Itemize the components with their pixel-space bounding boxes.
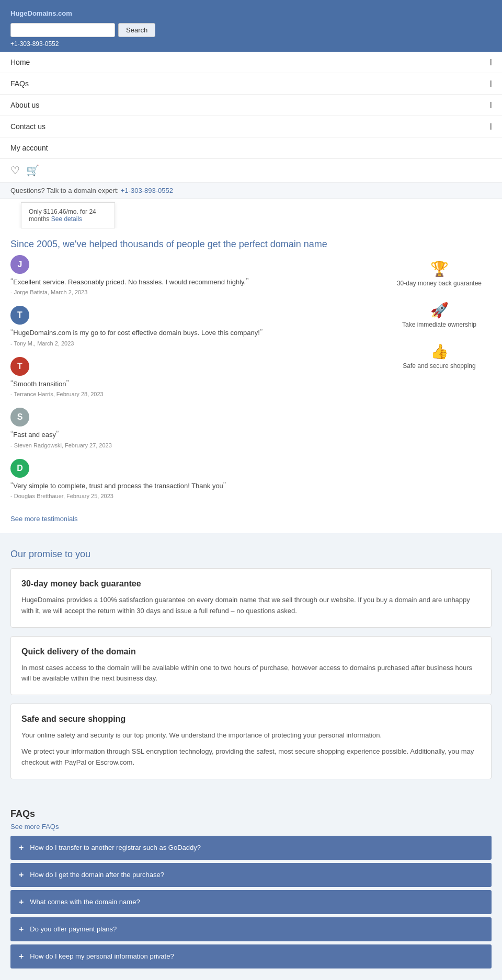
promise-card-text: In most cases access to the domain will … — [21, 663, 481, 685]
promise-heading: Our promise to you — [10, 538, 492, 568]
feature-label: Take immediate ownership — [387, 321, 492, 328]
nav-item-account[interactable]: My account — [0, 137, 502, 159]
faq-plus-icon: + — [19, 897, 24, 907]
questions-bar: Questions? Talk to a domain expert: +1-3… — [0, 182, 502, 199]
ownership-icon: 🚀 — [387, 302, 492, 319]
quote-text: Excellent service. Reasonably priced. No… — [10, 276, 376, 287]
testimonial-item: S Fast and easy - Steven Radgowski, Febr… — [10, 408, 376, 448]
search-input[interactable] — [10, 23, 115, 37]
promise-card-text: HugeDomains provides a 100% satisfaction… — [21, 595, 481, 617]
faq-plus-icon: + — [19, 843, 24, 852]
questions-text: Questions? Talk to a domain expert: — [10, 187, 119, 194]
tooltip-container: Only $116.46/mo. for 24 months See detai… — [0, 199, 502, 228]
promise-section: Our promise to you 30-day money back gua… — [0, 533, 502, 798]
promise-card-guarantee: 30-day money back guarantee HugeDomains … — [10, 568, 492, 628]
heart-icon[interactable]: ♡ — [10, 164, 20, 177]
promise-card-title: Quick delivery of the domain — [21, 647, 481, 656]
quote-author: - Terrance Harris, February 28, 2023 — [10, 391, 376, 397]
testimonial-item: T Smooth transition - Terrance Harris, F… — [10, 357, 376, 397]
search-bar: Search — [10, 23, 492, 37]
promise-card-text-2: We protect your information through SSL … — [21, 746, 481, 768]
promise-card-title: Safe and secure shopping — [21, 714, 481, 724]
avatar: S — [10, 408, 29, 426]
faq-item-1[interactable]: + How do I get the domain after the purc… — [10, 863, 492, 887]
faqs-heading: FAQs — [10, 803, 492, 823]
nav-item-contact[interactable]: Contact us — [0, 116, 502, 137]
nav-divider — [490, 80, 492, 87]
faq-label: How do I transfer to another registrar s… — [30, 844, 201, 851]
content-grid: J Excellent service. Reasonably priced. … — [0, 255, 502, 510]
nav-item-home[interactable]: Home — [0, 52, 502, 73]
header-phone: +1-303-893-0552 — [10, 40, 492, 48]
faq-plus-icon: + — [19, 952, 24, 961]
feature-item-secure: 👍 Safe and secure shopping — [387, 343, 492, 370]
nav-divider — [490, 102, 492, 108]
avatar: T — [10, 357, 29, 376]
feature-label: Safe and secure shopping — [387, 362, 492, 370]
quote-text: Very simple to complete, trust and proce… — [10, 480, 376, 491]
faq-plus-icon: + — [19, 925, 24, 934]
testimonial-item: D Very simple to complete, trust and pro… — [10, 459, 376, 499]
quote-author: - Jorge Batista, March 2, 2023 — [10, 289, 376, 295]
tooltip-box: Only $116.46/mo. for 24 months See detai… — [21, 202, 115, 228]
promise-card-title: 30-day money back guarantee — [21, 579, 481, 589]
quote-text: Fast and easy — [10, 429, 376, 440]
logo: HugeDomains.com — [10, 5, 492, 19]
header: HugeDomains.com Search +1-303-893-0552 — [0, 0, 502, 52]
logo-text: HugeDomains — [10, 9, 56, 17]
promise-card-secure: Safe and secure shopping Your online saf… — [10, 704, 492, 779]
faq-item-2[interactable]: + What comes with the domain name? — [10, 890, 492, 914]
feature-label: 30-day money back guarantee — [387, 280, 492, 287]
promise-card-delivery: Quick delivery of the domain In most cas… — [10, 636, 492, 696]
nav-divider — [490, 59, 492, 65]
testimonials-list: J Excellent service. Reasonably priced. … — [10, 255, 376, 510]
feature-item-ownership: 🚀 Take immediate ownership — [387, 302, 492, 328]
nav-icon-bar: ♡ 🛒 — [0, 159, 502, 182]
testimonial-item: J Excellent service. Reasonably priced. … — [10, 255, 376, 295]
cart-icon[interactable]: 🛒 — [26, 164, 39, 177]
tooltip-link[interactable]: See details — [51, 215, 82, 223]
faq-plus-icon: + — [19, 870, 24, 880]
quote-text: HugeDomains.com is my go to for cost eff… — [10, 327, 376, 338]
nav-divider — [490, 123, 492, 130]
search-button[interactable]: Search — [118, 23, 155, 37]
quote-author: - Douglas Bretthauer, February 25, 2023 — [10, 493, 376, 499]
see-more-faqs[interactable]: See more FAQs — [10, 823, 492, 831]
faq-item-4[interactable]: + How do I keep my personal information … — [10, 944, 492, 969]
faq-label: How do I keep my personal information pr… — [30, 952, 174, 960]
nav-item-faqs[interactable]: FAQs — [0, 73, 502, 95]
avatar: T — [10, 306, 29, 325]
logo-suffix: .com — [56, 9, 72, 17]
nav-item-about[interactable]: About us — [0, 95, 502, 116]
faq-label: What comes with the domain name? — [30, 898, 140, 906]
faq-item-3[interactable]: + Do you offer payment plans? — [10, 917, 492, 941]
see-more-testimonials[interactable]: See more testimonials — [0, 510, 502, 533]
quote-text: Smooth transition — [10, 378, 376, 389]
navigation: Home FAQs About us Contact us My account… — [0, 52, 502, 182]
features-list: 🏆 30-day money back guarantee 🚀 Take imm… — [387, 255, 492, 510]
avatar: J — [10, 255, 29, 274]
quote-author: - Tony M., March 2, 2023 — [10, 340, 376, 347]
main-section-heading: Since 2005, we've helped thousands of pe… — [0, 228, 502, 255]
guarantee-icon: 🏆 — [387, 260, 492, 278]
questions-phone[interactable]: +1-303-893-0552 — [121, 187, 173, 194]
main-content: Since 2005, we've helped thousands of pe… — [0, 228, 502, 533]
feature-item-guarantee: 🏆 30-day money back guarantee — [387, 260, 492, 287]
faq-label: How do I get the domain after the purcha… — [30, 871, 164, 879]
faq-item-0[interactable]: + How do I transfer to another registrar… — [10, 836, 492, 860]
quote-author: - Steven Radgowski, February 27, 2023 — [10, 442, 376, 448]
faq-label: Do you offer payment plans? — [30, 925, 117, 933]
avatar: D — [10, 459, 29, 478]
testimonial-item: T HugeDomains.com is my go to for cost e… — [10, 306, 376, 346]
promise-card-text-1: Your online safety and security is our t… — [21, 730, 481, 741]
faqs-section: FAQs See more FAQs + How do I transfer t… — [0, 798, 502, 980]
secure-icon: 👍 — [387, 343, 492, 360]
